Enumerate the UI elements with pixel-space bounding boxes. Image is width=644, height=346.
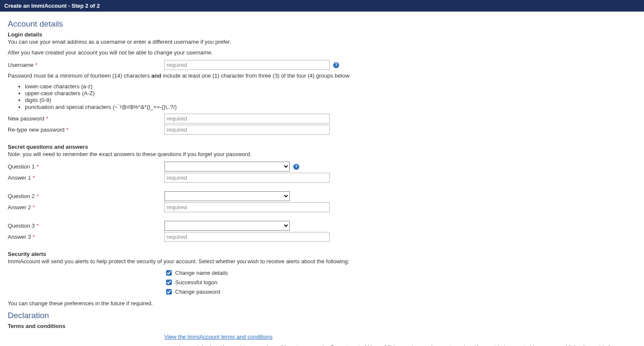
accept-terms-text: I accept the ImmiAccount terms and condi… — [179, 344, 636, 346]
main-content: Account details Login details You can us… — [0, 12, 644, 346]
question1-row: Question 1* ? — [8, 162, 636, 171]
alerts-future-note: You can change these preferences in the … — [8, 300, 636, 307]
terms-subheading: Terms and conditions — [8, 323, 636, 329]
retype-password-row: Re-type new password* — [8, 125, 636, 135]
list-item: punctuation and special characters (~`!@… — [25, 104, 636, 110]
alert-change-name-label: Change name details — [175, 270, 228, 276]
alert-successful-logon-label: Successful logon — [175, 279, 217, 286]
alert-change-password-label: Change password — [175, 289, 220, 295]
terms-block: View the ImmiAccount terms and condition… — [164, 334, 636, 346]
login-details-subheading: Login details — [8, 31, 636, 38]
alert-successful-logon-checkbox[interactable] — [166, 280, 172, 285]
retype-password-input[interactable] — [164, 125, 330, 135]
question2-label: Question 2* — [8, 193, 164, 199]
alert-change-password-row: Change password — [164, 288, 636, 296]
answer2-row: Answer 2* — [8, 202, 636, 212]
new-password-input[interactable] — [164, 114, 330, 123]
question3-label: Question 3* — [8, 223, 164, 229]
answer3-input[interactable] — [164, 232, 330, 242]
question1-select[interactable] — [164, 162, 290, 171]
username-change-note: After you have created your account you … — [8, 49, 636, 56]
password-rules-intro: Password must be a minimum of fourteen (… — [8, 72, 636, 79]
answer1-label: Answer 1* — [8, 175, 164, 181]
alert-successful-logon-row: Successful logon — [164, 278, 636, 286]
required-star: * — [35, 62, 37, 68]
username-input[interactable] — [164, 60, 330, 70]
password-rules-list: lower-case characters (a-z) upper-case c… — [8, 83, 636, 110]
answer3-row: Answer 3* — [8, 232, 636, 242]
question3-select[interactable] — [164, 221, 290, 231]
question2-row: Question 2* — [8, 191, 636, 201]
login-details-desc: You can use your email address as a user… — [8, 39, 636, 45]
list-item: lower-case characters (a-z) — [25, 83, 636, 90]
security-alerts-desc: ImmiAccount will send you alerts to help… — [8, 258, 636, 265]
answer1-input[interactable] — [164, 173, 330, 183]
username-label: Username* — [8, 62, 164, 68]
help-icon[interactable]: ? — [333, 62, 339, 68]
alert-change-name-row: Change name details — [164, 269, 636, 277]
answer3-label: Answer 3* — [8, 234, 164, 240]
secret-questions-note: Note: you will need to remember the exac… — [8, 151, 636, 157]
banner-title: Create an ImmiAccount - Step 2 of 2 — [4, 3, 100, 9]
answer1-row: Answer 1* — [8, 173, 636, 183]
secret-questions-subheading: Secret questions and answers — [8, 144, 636, 150]
accept-terms-row: * I accept the ImmiAccount terms and con… — [164, 344, 636, 346]
declaration-heading: Declaration — [8, 311, 636, 320]
help-icon[interactable]: ? — [293, 164, 299, 170]
page-banner: Create an ImmiAccount - Step 2 of 2 — [0, 0, 644, 12]
list-item: digits (0-9) — [25, 97, 636, 103]
list-item: upper-case characters (A-Z) — [25, 90, 636, 96]
alert-change-name-checkbox[interactable] — [166, 270, 172, 276]
username-row: Username* ? — [8, 60, 636, 70]
question3-row: Question 3* — [8, 221, 636, 231]
answer2-input[interactable] — [164, 202, 330, 212]
question1-label: Question 1* — [8, 163, 164, 170]
security-alerts-subheading: Security alerts — [8, 251, 636, 257]
terms-link[interactable]: View the ImmiAccount terms and condition… — [164, 334, 273, 340]
account-details-heading: Account details — [8, 19, 636, 29]
retype-password-label: Re-type new password* — [8, 126, 164, 133]
new-password-label: New password* — [8, 115, 164, 122]
new-password-row: New password* — [8, 114, 636, 123]
alerts-options: Change name details Successful logon Cha… — [164, 269, 636, 296]
alert-change-password-checkbox[interactable] — [166, 289, 172, 295]
question2-select[interactable] — [164, 191, 290, 201]
answer2-label: Answer 2* — [8, 204, 164, 211]
